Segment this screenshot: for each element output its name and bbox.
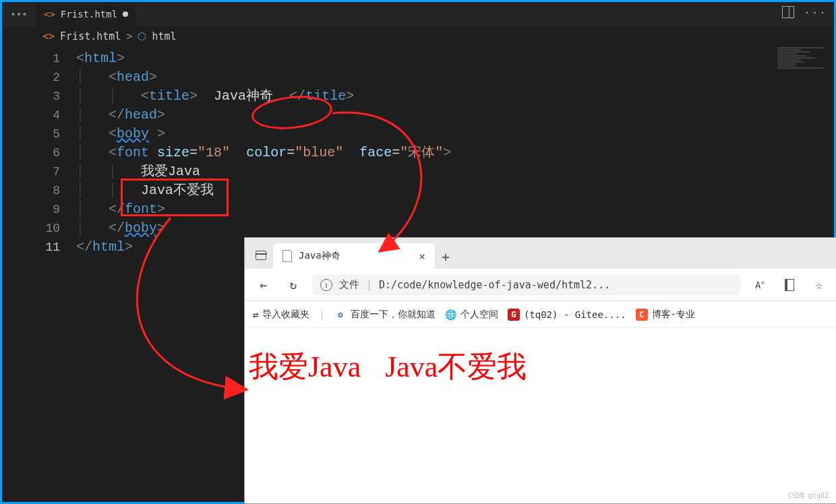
bookmark-csdn[interactable]: C博客-专业 [636,309,695,321]
line-number: 3 [2,87,76,106]
gitee-icon: G [508,309,520,321]
line-number: 1 [2,49,76,68]
editor-top-right: ··· [782,6,827,19]
collections-button[interactable] [779,274,800,296]
refresh-button[interactable]: ↻ [282,274,304,296]
addr-scheme: 文件 [339,278,359,291]
browser-address-bar: ← ↻ i 文件 | D:/code/knowledge-of-java-wed… [245,269,836,301]
editor-tab-bar: ••• <> Frist.html ··· [2,2,834,26]
address-field[interactable]: i 文件 | D:/code/knowledge-of-java-wed/htm… [312,274,741,295]
bookmark-gitee[interactable]: G(tq02) - Gitee.... [508,309,626,321]
breadcrumb-node[interactable]: html [152,30,176,42]
import-bookmarks[interactable]: ⇄导入收藏夹 [253,309,309,321]
breadcrumb-sep: > [126,30,132,42]
addr-path: D:/code/knowledge-of-java-wed/html2... [379,279,610,291]
html-file-icon: <> [42,30,55,42]
back-button[interactable]: ← [253,274,274,296]
file-tab[interactable]: <> Frist.html [36,2,136,26]
read-aloud-button[interactable]: A» [749,274,771,296]
watermark: CSDN @tq02 [788,492,829,499]
page-icon [282,250,292,262]
browser-window: Java神奇 × + ← ↻ i 文件 | D:/code/knowledge-… [245,238,836,503]
rendered-text-1: 我爱Java [249,347,361,387]
tab-filename: Frist.html [61,9,117,20]
more-actions-icon[interactable]: ··· [804,6,827,19]
tab-actions-icon [256,251,266,260]
line-number: 9 [2,200,76,219]
activity-dots: ••• [2,9,36,20]
bookmark-baidu[interactable]: ✿百度一下，你就知道 [334,309,436,321]
line-number: 2 [2,68,76,87]
page-content: 我爱Java Java不爱我 [245,328,836,406]
tab-actions-button[interactable] [249,243,273,267]
site-info-icon[interactable]: i [320,279,332,291]
new-tab-button[interactable]: + [435,245,456,269]
globe-icon: 🌐 [445,309,456,320]
baidu-icon: ✿ [334,309,347,321]
line-number: 8 [2,181,76,200]
split-editor-icon[interactable] [782,6,794,18]
line-number: 5 [2,125,76,144]
browser-tab-strip: Java神奇 × + [245,238,836,269]
element-icon: ⬡ [138,30,146,42]
close-tab-icon[interactable]: × [419,250,425,263]
rendered-text-2: Java不爱我 [385,347,527,387]
minimap[interactable] [777,46,825,73]
bookmarks-bar: ⇄导入收藏夹 | ✿百度一下，你就知道 🌐个人空间 G(tq02) - Gite… [245,301,836,328]
favorites-button[interactable]: ☆ [808,274,830,296]
bookmark-space[interactable]: 🌐个人空间 [445,309,498,321]
line-number: 10 [2,219,76,238]
browser-tab-title: Java神奇 [299,250,340,262]
breadcrumb: <> Frist.html > ⬡ html [2,26,834,46]
code-editor[interactable]: 1<html> 2│ <head> 3│ │ <title> Java神奇 </… [2,46,834,257]
modified-dot-icon [123,11,128,17]
html-file-icon: <> [44,9,55,20]
csdn-icon: C [636,309,648,321]
line-number: 7 [2,162,76,181]
line-number: 6 [2,144,76,162]
line-number: 4 [2,106,76,125]
browser-tab[interactable]: Java神奇 × [273,243,435,269]
line-number: 11 [2,238,76,257]
import-icon: ⇄ [253,309,258,320]
breadcrumb-file[interactable]: Frist.html [60,30,121,42]
